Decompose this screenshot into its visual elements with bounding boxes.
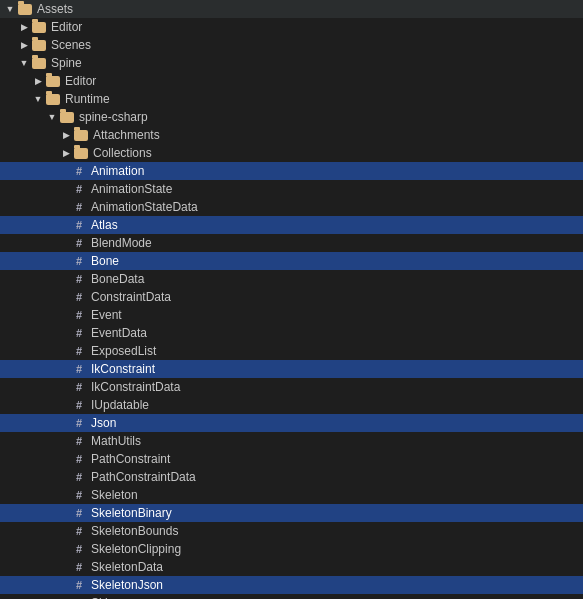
expand-arrow-attachments[interactable]: ▶ — [60, 130, 72, 140]
item-label-collections: Collections — [93, 146, 152, 160]
tree-item-animationstatedata[interactable]: #AnimationStateData — [0, 198, 583, 216]
item-label-spine: Spine — [51, 56, 82, 70]
item-label-skeletonbinary: SkeletonBinary — [91, 506, 172, 520]
cs-icon-pathconstraintdata: # — [72, 470, 86, 484]
tree-item-scenes[interactable]: ▶Scenes — [0, 36, 583, 54]
expand-arrow-scenes[interactable]: ▶ — [18, 40, 30, 50]
item-label-mathutils: MathUtils — [91, 434, 141, 448]
tree-item-attachments[interactable]: ▶Attachments — [0, 126, 583, 144]
tree-item-ikconstraint[interactable]: #IkConstraint — [0, 360, 583, 378]
cs-icon-eventdata: # — [72, 326, 86, 340]
folder-icon-spine-csharp — [60, 112, 74, 123]
tree-item-atlas[interactable]: #Atlas — [0, 216, 583, 234]
tree-item-assets[interactable]: ▼Assets — [0, 0, 583, 18]
tree-item-skeleton[interactable]: #Skeleton — [0, 486, 583, 504]
expand-arrow-assets[interactable]: ▼ — [4, 4, 16, 14]
item-label-skeletonbounds: SkeletonBounds — [91, 524, 178, 538]
expand-arrow-collections[interactable]: ▶ — [60, 148, 72, 158]
item-label-animationstate: AnimationState — [91, 182, 172, 196]
tree-item-pathconstraintdata[interactable]: #PathConstraintData — [0, 468, 583, 486]
item-label-skeletondata: SkeletonData — [91, 560, 163, 574]
tree-item-collections[interactable]: ▶Collections — [0, 144, 583, 162]
tree-item-iupdatable[interactable]: #IUpdatable — [0, 396, 583, 414]
item-label-ikconstraintdata: IkConstraintData — [91, 380, 180, 394]
asset-tree[interactable]: ▼Assets▶Editor▶Scenes▼Spine▶Editor▼Runti… — [0, 0, 583, 599]
folder-icon-collections — [74, 148, 88, 159]
cs-icon-skeleton: # — [72, 488, 86, 502]
tree-item-editor2[interactable]: ▶Editor — [0, 72, 583, 90]
item-label-exposedlist: ExposedList — [91, 344, 156, 358]
expand-arrow-runtime[interactable]: ▼ — [32, 94, 44, 104]
tree-item-bonedata[interactable]: #BoneData — [0, 270, 583, 288]
cs-icon-iupdatable: # — [72, 398, 86, 412]
item-label-iupdatable: IUpdatable — [91, 398, 149, 412]
tree-item-skeletonbinary[interactable]: #SkeletonBinary — [0, 504, 583, 522]
tree-item-pathconstraint[interactable]: #PathConstraint — [0, 450, 583, 468]
item-label-bonedata: BoneData — [91, 272, 144, 286]
item-label-pathconstraintdata: PathConstraintData — [91, 470, 196, 484]
folder-icon-assets — [18, 4, 32, 15]
item-label-animation: Animation — [91, 164, 144, 178]
item-label-skeleton: Skeleton — [91, 488, 138, 502]
item-label-event: Event — [91, 308, 122, 322]
cs-icon-animationstatedata: # — [72, 200, 86, 214]
cs-icon-ikconstraint: # — [72, 362, 86, 376]
tree-item-animation[interactable]: #Animation — [0, 162, 583, 180]
cs-icon-event: # — [72, 308, 86, 322]
cs-icon-constraintdata: # — [72, 290, 86, 304]
tree-item-mathutils[interactable]: #MathUtils — [0, 432, 583, 450]
tree-item-spine-csharp[interactable]: ▼spine-csharp — [0, 108, 583, 126]
tree-item-eventdata[interactable]: #EventData — [0, 324, 583, 342]
item-label-runtime: Runtime — [65, 92, 110, 106]
tree-item-bone[interactable]: #Bone — [0, 252, 583, 270]
cs-icon-skeletondata: # — [72, 560, 86, 574]
item-label-skeletonjson: SkeletonJson — [91, 578, 163, 592]
item-label-editor2: Editor — [65, 74, 96, 88]
tree-item-constraintdata[interactable]: #ConstraintData — [0, 288, 583, 306]
tree-item-blendmode[interactable]: #BlendMode — [0, 234, 583, 252]
item-label-eventdata: EventData — [91, 326, 147, 340]
tree-item-animationstate[interactable]: #AnimationState — [0, 180, 583, 198]
tree-item-event[interactable]: #Event — [0, 306, 583, 324]
cs-icon-ikconstraintdata: # — [72, 380, 86, 394]
item-label-attachments: Attachments — [93, 128, 160, 142]
item-label-constraintdata: ConstraintData — [91, 290, 171, 304]
cs-icon-skeletonbinary: # — [72, 506, 86, 520]
item-label-scenes: Scenes — [51, 38, 91, 52]
cs-icon-blendmode: # — [72, 236, 86, 250]
folder-icon-editor1 — [32, 22, 46, 33]
item-label-animationstatedata: AnimationStateData — [91, 200, 198, 214]
tree-item-exposedlist[interactable]: #ExposedList — [0, 342, 583, 360]
tree-item-json[interactable]: #Json — [0, 414, 583, 432]
cs-icon-animation: # — [72, 164, 86, 178]
item-label-atlas: Atlas — [91, 218, 118, 232]
cs-icon-bonedata: # — [72, 272, 86, 286]
expand-arrow-spine-csharp[interactable]: ▼ — [46, 112, 58, 122]
item-label-spine-csharp: spine-csharp — [79, 110, 148, 124]
folder-icon-attachments — [74, 130, 88, 141]
item-label-ikconstraint: IkConstraint — [91, 362, 155, 376]
tree-item-ikconstraintdata[interactable]: #IkConstraintData — [0, 378, 583, 396]
cs-icon-skeletonclipping: # — [72, 542, 86, 556]
tree-item-spine[interactable]: ▼Spine — [0, 54, 583, 72]
item-label-skeletonclipping: SkeletonClipping — [91, 542, 181, 556]
cs-icon-json: # — [72, 416, 86, 430]
cs-icon-exposedlist: # — [72, 344, 86, 358]
tree-item-skeletondata[interactable]: #SkeletonData — [0, 558, 583, 576]
tree-item-skin[interactable]: #Skin — [0, 594, 583, 599]
cs-icon-mathutils: # — [72, 434, 86, 448]
expand-arrow-editor1[interactable]: ▶ — [18, 22, 30, 32]
expand-arrow-editor2[interactable]: ▶ — [32, 76, 44, 86]
cs-icon-pathconstraint: # — [72, 452, 86, 466]
folder-icon-editor2 — [46, 76, 60, 87]
tree-item-skeletonclipping[interactable]: #SkeletonClipping — [0, 540, 583, 558]
expand-arrow-spine[interactable]: ▼ — [18, 58, 30, 68]
tree-item-runtime[interactable]: ▼Runtime — [0, 90, 583, 108]
item-label-blendmode: BlendMode — [91, 236, 152, 250]
folder-icon-runtime — [46, 94, 60, 105]
tree-item-editor1[interactable]: ▶Editor — [0, 18, 583, 36]
tree-item-skeletonjson[interactable]: #SkeletonJson — [0, 576, 583, 594]
tree-item-skeletonbounds[interactable]: #SkeletonBounds — [0, 522, 583, 540]
item-label-json: Json — [91, 416, 116, 430]
item-label-bone: Bone — [91, 254, 119, 268]
